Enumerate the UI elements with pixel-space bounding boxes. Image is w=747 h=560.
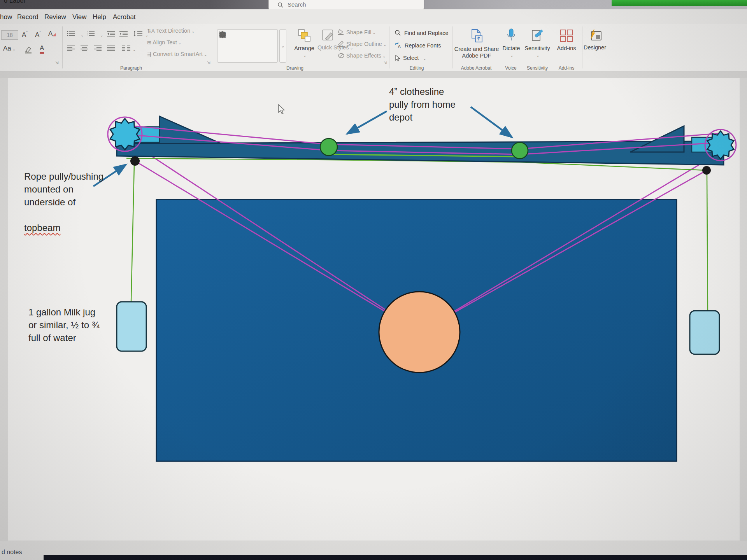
addins-button[interactable]: Add-ins: [556, 29, 577, 51]
sensitivity-label-fragment: o Label: [4, 0, 25, 4]
bullets-caret[interactable]: [79, 31, 84, 38]
classification-banner: UNCLASSIFIED: [612, 0, 747, 6]
columns-icon[interactable]: [121, 45, 131, 51]
align-text-button[interactable]: ⊞ Align Text: [147, 39, 181, 46]
group-divider: [523, 26, 523, 68]
select-button[interactable]: Select: [395, 54, 426, 61]
dictate-button[interactable]: Dictate: [501, 28, 521, 58]
select-cursor-icon: [395, 55, 400, 61]
shape-outline-button[interactable]: Shape Outline: [338, 40, 386, 47]
quick-styles-button[interactable]: Quick Styles: [317, 29, 339, 51]
tab-help[interactable]: Help: [93, 13, 106, 21]
designer-button[interactable]: Designer: [583, 29, 607, 51]
find-icon: [395, 30, 401, 36]
quick-styles-icon: [321, 29, 335, 43]
right-milk-jug[interactable]: [690, 311, 719, 354]
group-label-paragraph: Paragraph: [120, 65, 142, 71]
arrow-to-left-pulley[interactable]: [347, 111, 387, 134]
highlight-color-icon[interactable]: [24, 46, 34, 54]
shapes-gallery-more-button[interactable]: [279, 29, 286, 63]
search-icon: [277, 2, 284, 8]
left-pulley[interactable]: [320, 138, 337, 156]
grow-font-button[interactable]: Aˆ: [22, 30, 28, 39]
sensitivity-icon: [530, 28, 545, 44]
tab-review[interactable]: Review: [44, 13, 66, 21]
group-divider: [555, 26, 555, 68]
increase-indent-icon[interactable]: [119, 31, 128, 37]
powerpoint-window: o Label UNCLASSIFIED how Record Review V…: [0, 0, 747, 560]
shape-curve2-icon[interactable]: [217, 30, 227, 40]
group-divider: [389, 26, 389, 68]
font-size-box[interactable]: 18: [1, 30, 18, 40]
adobe-pdf-icon: [469, 28, 484, 44]
pulley-annotation-text[interactable]: 4” clothesline pully from home depot: [389, 85, 479, 124]
shape-fill-button[interactable]: Shape Fill: [338, 29, 376, 36]
tab-acrobat[interactable]: Acrobat: [113, 13, 136, 21]
microphone-icon: [506, 28, 516, 44]
addins-icon: [559, 29, 573, 43]
sensitivity-button[interactable]: Sensitivity: [524, 28, 550, 58]
right-pulley[interactable]: [512, 142, 528, 159]
align-left-icon[interactable]: [67, 45, 75, 51]
group-label-adobe: Adobe Acrobat: [461, 65, 492, 71]
right-bushing-dot[interactable]: [702, 166, 711, 175]
numbering-icon[interactable]: [86, 31, 98, 37]
shape-effects-button[interactable]: Shape Effects: [338, 52, 386, 59]
right-support-triangle[interactable]: [630, 126, 684, 152]
text-direction-button[interactable]: ⇅A Text Direction: [147, 27, 195, 34]
shapes-gallery: A: [217, 29, 278, 63]
bushing-annotation-text[interactable]: Rope pully/bushing mounted on underside …: [24, 157, 117, 234]
left-bushing-dot[interactable]: [130, 156, 140, 166]
numbering-caret[interactable]: [99, 31, 103, 38]
jug-annotation-text[interactable]: 1 gallon Milk jug or similar, ½ to ¾ ful…: [28, 306, 122, 344]
ribbon-shadow: [0, 72, 747, 78]
bushing-annotation-topbeam: topbeam: [24, 222, 60, 233]
change-case-button[interactable]: Aa: [3, 45, 16, 52]
paragraph-dialog-launcher[interactable]: [207, 61, 212, 65]
font-dialog-launcher[interactable]: [55, 61, 60, 65]
group-divider: [62, 26, 63, 68]
group-label-addins: Add-ins: [559, 65, 575, 71]
taskbar[interactable]: [44, 555, 747, 560]
designer-icon: [587, 29, 602, 43]
search-input[interactable]: [288, 1, 412, 8]
svg-text:A: A: [398, 44, 401, 49]
convert-smartart-button[interactable]: ⇶ Convert to SmartArt: [147, 51, 207, 58]
group-label-sensitivity: Sensitivity: [527, 65, 548, 71]
justify-icon[interactable]: [107, 45, 115, 51]
font-color-button[interactable]: A: [40, 44, 44, 54]
columns-caret[interactable]: [132, 46, 136, 52]
ribbon: 18 Aˆ Aˇ A◢ Aa A: [0, 24, 747, 72]
find-replace-button[interactable]: Find and Replace: [395, 30, 449, 36]
replace-fonts-button[interactable]: A Replace Fonts: [395, 42, 441, 49]
decrease-indent-icon[interactable]: [107, 31, 116, 37]
notes-fragment[interactable]: d notes: [2, 549, 22, 556]
tab-slideshow-clipped[interactable]: how: [0, 13, 12, 21]
align-center-icon[interactable]: [80, 45, 89, 51]
group-label-voice: Voice: [505, 65, 516, 71]
bushing-annotation-lines: Rope pully/bushing mounted on underside …: [24, 171, 103, 207]
arrange-icon: [298, 29, 311, 42]
group-label-editing: Editing: [410, 65, 424, 71]
group-divider: [215, 26, 215, 68]
orange-ball[interactable]: [379, 292, 460, 373]
align-right-icon[interactable]: [93, 45, 102, 51]
group-divider: [582, 26, 582, 68]
line-spacing-icon[interactable]: [133, 30, 143, 37]
create-pdf-button[interactable]: Create and Share Adobe PDF: [454, 28, 500, 59]
mouse-cursor: [279, 105, 284, 114]
drawing-dialog-launcher[interactable]: [384, 61, 388, 65]
tab-record[interactable]: Record: [17, 13, 39, 21]
shrink-font-button[interactable]: Aˇ: [35, 30, 41, 39]
group-divider: [452, 26, 452, 68]
clear-formatting-button[interactable]: A◢: [48, 30, 56, 38]
arrange-button[interactable]: Arrange: [293, 29, 316, 58]
tab-view[interactable]: View: [72, 13, 87, 21]
group-label-drawing: Drawing: [286, 65, 303, 71]
bullets-icon[interactable]: [67, 31, 79, 37]
ribbon-tabs: how Record Review View Help Acrobat: [0, 9, 747, 24]
replace-fonts-icon: A: [395, 42, 402, 49]
